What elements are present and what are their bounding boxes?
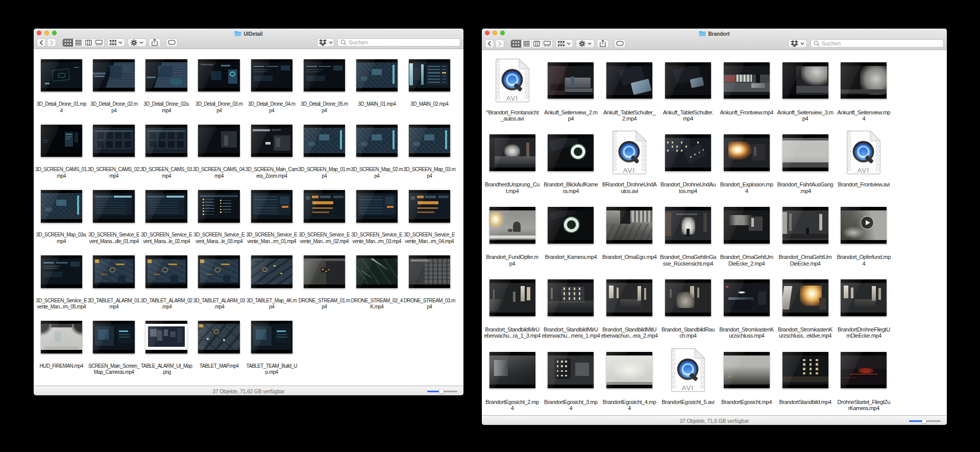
svg-text:AVI: AVI — [506, 94, 518, 102]
svg-text:AVI: AVI — [857, 166, 870, 174]
svg-text:AVI: AVI — [623, 166, 635, 174]
svg-text:AVI: AVI — [682, 384, 694, 392]
